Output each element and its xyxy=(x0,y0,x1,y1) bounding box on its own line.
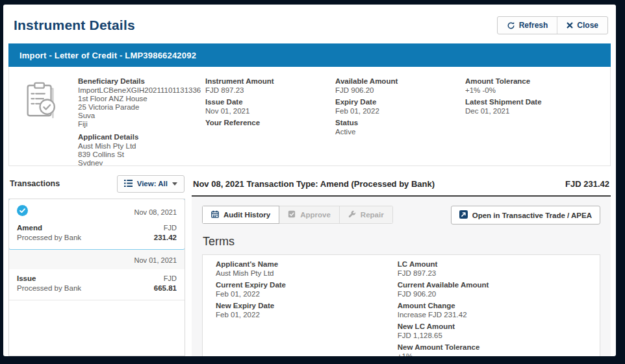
instrument-icon-column xyxy=(21,77,78,165)
field-label: Amount Change xyxy=(398,302,587,310)
new-expiry-date-field: New Expiry Date Feb 01, 2022 xyxy=(216,302,398,319)
transactions-list: Nov 08, 2021 Amend FJD Processed by Bank… xyxy=(8,199,185,356)
transaction-amount: 665.81 xyxy=(154,284,177,293)
transactions-title: Transactions xyxy=(10,179,60,188)
instrument-summary-card: Import - Letter of Credit - LMP398662420… xyxy=(8,43,611,166)
field-value: FJD 906.20 xyxy=(335,86,465,95)
transaction-detail-header: Nov 08, 2021 Transaction Type: Amend (Pr… xyxy=(192,174,611,197)
beneficiary-line: 1st Floor ANZ House xyxy=(78,95,205,103)
terms-left-column: Applicant's Name Aust Mish Pty Ltd Curre… xyxy=(216,260,398,356)
transaction-detail-amount: FJD 231.42 xyxy=(565,179,609,189)
field-value: Aust Mish Pty Ltd xyxy=(216,269,398,278)
header-button-group: Refresh Close xyxy=(497,16,608,34)
list-view-icon xyxy=(124,180,133,188)
field-value: Feb 01, 2022 xyxy=(335,107,465,115)
top-bar: Instrument Details Refresh Close xyxy=(3,5,616,43)
field-label: New LC Amount xyxy=(398,322,587,331)
field-label: Expiry Date xyxy=(335,98,465,106)
latest-shipment-date-field: Latest Shipment Date Dec 01, 2021 xyxy=(465,98,595,115)
view-filter-dropdown[interactable]: View: All xyxy=(117,175,185,193)
applicants-name-field: Applicant's Name Aust Mish Pty Ltd xyxy=(216,260,398,278)
audit-history-label: Audit History xyxy=(223,211,270,219)
field-value xyxy=(205,128,335,136)
lc-amount-field: LC Amount FJD 897.23 xyxy=(398,260,587,278)
field-label: Amount Tolerance xyxy=(465,77,595,86)
summary-column-dates: Available Amount FJD 906.20 Expiry Date … xyxy=(335,77,465,165)
transaction-date: Nov 08, 2021 xyxy=(134,208,177,216)
field-label: Current Available Amount xyxy=(398,281,587,289)
repair-button[interactable]: Repair xyxy=(340,206,393,224)
field-value: +1% -0% xyxy=(465,86,595,95)
instrument-banner: Import - Letter of Credit - LMP398662420… xyxy=(8,43,611,67)
transactions-panel: Transactions View: All Nov 08, 2021 xyxy=(8,174,185,356)
field-value: FJD 1,128.65 xyxy=(398,332,587,340)
field-label: New Amount Tolerance xyxy=(398,343,587,352)
field-label: LC Amount xyxy=(398,260,587,269)
transaction-item-issue[interactable]: Nov 01, 2021 Issue FJD Processed by Bank… xyxy=(9,250,185,300)
beneficiary-line: ImportLCBeneXGIH20211101131336 xyxy=(78,86,205,95)
current-available-amount-field: Current Available Amount FJD 906.20 xyxy=(398,281,587,298)
amount-tolerance-field: Amount Tolerance +1% -0% xyxy=(465,77,595,95)
field-value: Active xyxy=(335,128,465,136)
field-label: Available Amount xyxy=(335,77,465,86)
close-label: Close xyxy=(577,21,598,30)
applicant-details: Applicant Details Aust Mish Pty Ltd 839 … xyxy=(78,133,205,166)
status-field: Status Active xyxy=(335,119,465,136)
field-label: New Expiry Date xyxy=(216,302,398,310)
open-in-transactive-trade-button[interactable]: Open in Transactive Trade / APEA xyxy=(451,206,600,224)
chevron-down-icon xyxy=(172,182,177,186)
instrument-details-window: Instrument Details Refresh Close Import … xyxy=(3,5,616,356)
detail-actions-row: Audit History Approve Repa xyxy=(202,206,600,224)
applicant-line: Sydney xyxy=(78,159,205,166)
page-title: Instrument Details xyxy=(14,18,135,33)
beneficiary-line: Fiji xyxy=(78,120,205,128)
transaction-type: Issue xyxy=(17,274,36,284)
close-button[interactable]: Close xyxy=(557,17,607,34)
field-label: Issue Date xyxy=(205,98,335,106)
current-expiry-date-field: Current Expiry Date Feb 01, 2022 xyxy=(216,281,398,298)
close-icon xyxy=(567,22,573,29)
detail-action-group: Audit History Approve Repa xyxy=(202,206,393,224)
refresh-icon xyxy=(507,21,515,30)
transaction-detail-body: Audit History Approve Repa xyxy=(192,197,611,356)
audit-history-button[interactable]: Audit History xyxy=(202,206,279,224)
wrench-icon xyxy=(348,210,356,219)
field-value: Nov 01, 2021 xyxy=(205,107,335,115)
new-amount-tolerance-field: New Amount Tolerance +1% xyxy=(398,343,587,356)
beneficiary-details: Beneficiary Details ImportLCBeneXGIH2021… xyxy=(78,77,205,128)
transaction-detail-title: Nov 08, 2021 Transaction Type: Amend (Pr… xyxy=(193,179,435,189)
expiry-date-field: Expiry Date Feb 01, 2022 xyxy=(335,98,465,115)
field-value: FJD 897.23 xyxy=(398,269,587,278)
field-value: Feb 01, 2022 xyxy=(216,311,398,319)
approve-button[interactable]: Approve xyxy=(279,206,340,224)
external-link-icon xyxy=(459,210,468,220)
field-value: Feb 01, 2022 xyxy=(216,290,398,298)
transaction-currency: FJD xyxy=(164,274,177,284)
view-filter-label: View: All xyxy=(137,180,168,188)
instrument-amount-field: Instrument Amount FJD 897.23 xyxy=(205,77,335,95)
transaction-status: Processed by Bank xyxy=(17,284,81,293)
field-value: FJD 897.23 xyxy=(205,86,335,95)
transactions-header: Transactions View: All xyxy=(8,174,185,199)
summary-column-tolerance: Amount Tolerance +1% -0% Latest Shipment… xyxy=(465,77,595,165)
selected-check-icon xyxy=(17,205,28,219)
terms-box: Applicant's Name Aust Mish Pty Ltd Curre… xyxy=(202,254,600,356)
transaction-currency: FJD xyxy=(164,223,177,233)
field-label: Instrument Amount xyxy=(205,77,335,86)
field-value: Increase FJD 231.42 xyxy=(398,311,587,319)
transaction-date: Nov 01, 2021 xyxy=(134,256,177,264)
terms-right-column: LC Amount FJD 897.23 Current Available A… xyxy=(398,260,587,356)
beneficiary-details-label: Beneficiary Details xyxy=(78,77,205,86)
beneficiary-line: 25 Victoria Parade xyxy=(78,103,205,112)
new-lc-amount-field: New LC Amount FJD 1,128.65 xyxy=(398,322,587,340)
open-in-transactive-trade-label: Open in Transactive Trade / APEA xyxy=(472,212,592,219)
issue-date-field: Issue Date Nov 01, 2021 xyxy=(205,98,335,115)
refresh-button[interactable]: Refresh xyxy=(498,17,557,34)
calendar-icon xyxy=(211,210,219,219)
repair-label: Repair xyxy=(361,211,384,219)
field-label: Status xyxy=(335,119,465,127)
transaction-status: Processed by Bank xyxy=(17,233,81,243)
field-value: +1% xyxy=(398,352,587,356)
transaction-item-amend[interactable]: Nov 08, 2021 Amend FJD Processed by Bank… xyxy=(8,199,185,250)
field-value: FJD 906.20 xyxy=(398,290,587,298)
